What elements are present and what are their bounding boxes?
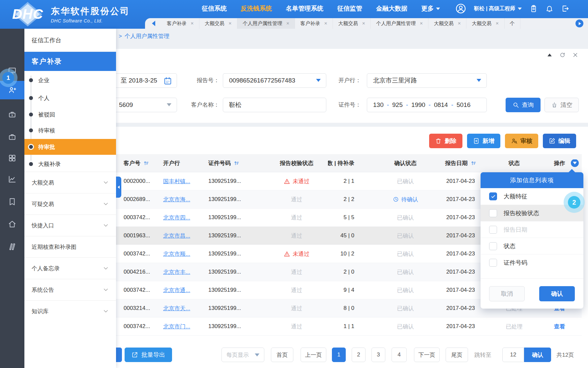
bank-link[interactable]: 北京市通...: [163, 286, 190, 294]
dropdown-item-报告日期[interactable]: 报告日期: [481, 221, 583, 238]
avatar-icon[interactable]: [456, 3, 466, 14]
column-chooser-button[interactable]: [571, 159, 579, 167]
tab-close-icon[interactable]: ✕: [495, 21, 499, 26]
breadcrumb-label[interactable]: 个人用户属性管理: [125, 33, 169, 39]
checkbox-icon[interactable]: [489, 226, 497, 234]
calendar-icon[interactable]: [163, 77, 172, 85]
bank-link[interactable]: 北京市门...: [163, 323, 190, 330]
confirm-button[interactable]: 确认: [539, 286, 575, 301]
page-button-4[interactable]: 4: [392, 348, 407, 362]
新增-button[interactable]: 新增: [467, 134, 500, 148]
dropdown-item-状态[interactable]: 状态: [481, 238, 583, 254]
bell-icon[interactable]: [545, 5, 553, 13]
tab-close-icon[interactable]: ✕: [324, 21, 327, 26]
tab-个[interactable]: 个: [505, 18, 520, 29]
report-no-select[interactable]: 0098652616772567483: [223, 73, 326, 88]
tab-大额交易[interactable]: 大额交易✕: [333, 18, 371, 29]
sort-icon[interactable]: [234, 160, 239, 166]
tab-close-icon[interactable]: ✕: [191, 21, 194, 26]
top-nav-item[interactable]: 征信系统: [202, 4, 227, 13]
table-row[interactable]: 0003742...北京市门...130925199...通过1 | 1已确认2…: [97, 318, 582, 336]
tab-close-icon[interactable]: ✕: [228, 21, 232, 26]
menu-section-可疑交易[interactable]: 可疑交易: [24, 193, 116, 215]
close-icon[interactable]: [573, 52, 578, 58]
bank-select[interactable]: 北京市三里河路: [367, 73, 487, 88]
page-size-select[interactable]: 每页显示: [221, 348, 264, 362]
page-button-3[interactable]: 3: [371, 348, 385, 362]
menu-item-workbench[interactable]: 征信工作台: [24, 29, 116, 52]
tab-大额交易[interactable]: 大额交易✕: [199, 18, 237, 29]
first-page-button[interactable]: 首页: [271, 348, 293, 362]
tab-个人用户属性管理[interactable]: 个人用户属性管理✕: [371, 18, 428, 29]
user-menu[interactable]: 靳松 | 高级工程师: [474, 5, 522, 12]
menu-section-快捷入口[interactable]: 快捷入口: [24, 215, 116, 236]
last-page-button[interactable]: 尾页: [446, 348, 468, 362]
jump-to-input[interactable]: 12: [502, 348, 524, 362]
checkbox-checked-icon[interactable]: [489, 192, 497, 200]
bank-link[interactable]: 北京市天...: [163, 305, 190, 312]
menu-section-近期核查和补录图[interactable]: 近期核查和补录图: [24, 236, 116, 257]
bank-link[interactable]: 北京市丰...: [163, 268, 190, 276]
page-button-2[interactable]: 2: [352, 348, 366, 362]
menu-sub-item-企业[interactable]: 企业: [24, 72, 116, 88]
menu-collapse-handle[interactable]: [116, 177, 121, 198]
menu-sub-item-个人[interactable]: 个人: [24, 90, 116, 106]
top-nav-item[interactable]: 名单管理系统: [286, 4, 323, 13]
tab-close-icon[interactable]: ✕: [457, 21, 461, 26]
menu-section-大额交易[interactable]: 大额交易: [24, 172, 116, 193]
customer-name-input[interactable]: 靳松: [223, 98, 326, 112]
tab-客户补录[interactable]: 客户补录✕: [162, 18, 199, 29]
menu-section-系统公告[interactable]: 系统公告: [24, 279, 116, 300]
rail-item-home-icon[interactable]: [0, 215, 24, 233]
menu-section-个人备忘录[interactable]: 个人备忘录: [24, 257, 116, 279]
batch-export-button[interactable]: 批量导出: [125, 348, 172, 362]
tab-close-icon[interactable]: ✕: [420, 21, 423, 26]
collapse-panel-icon[interactable]: [547, 52, 552, 58]
rail-item-books-icon[interactable]: [0, 237, 24, 256]
rail-item-grid-icon[interactable]: [0, 149, 24, 167]
cancel-button[interactable]: 取消: [489, 286, 525, 301]
page-button-1[interactable]: 1: [332, 348, 346, 362]
bank-link[interactable]: 北京市四...: [163, 214, 190, 221]
bank-link[interactable]: 北京市海...: [163, 196, 190, 203]
id-no-input[interactable]: 130-925-1990-0814-5016: [367, 98, 487, 112]
search-button[interactable]: 查询: [506, 98, 541, 112]
删除-button[interactable]: 删除: [429, 134, 462, 148]
checkbox-icon[interactable]: [489, 209, 497, 217]
top-nav-more[interactable]: 更多: [421, 4, 440, 13]
refresh-icon[interactable]: [560, 52, 565, 58]
checkbox-icon[interactable]: [489, 259, 497, 267]
审核-button[interactable]: 审核: [505, 134, 538, 148]
view-link[interactable]: 查看: [554, 323, 565, 330]
prev-page-button[interactable]: 上一页: [301, 348, 326, 362]
tab-close-icon[interactable]: ✕: [362, 21, 365, 26]
tab-scroll-left-icon[interactable]: [150, 20, 157, 27]
dropdown-item-证件号码[interactable]: 证件号码: [481, 254, 583, 271]
top-nav-item[interactable]: 征信监管: [337, 4, 362, 13]
tab-scroll-right-icon[interactable]: [575, 19, 583, 27]
rail-item-money-case-icon[interactable]: ¥: [0, 105, 24, 124]
tab-个人用户属性管理[interactable]: 个人用户属性管理✕: [237, 18, 295, 29]
menu-sub-item-待审核[interactable]: 待审核: [24, 122, 116, 138]
bank-link[interactable]: 国丰村镇...: [163, 178, 190, 185]
sort-icon[interactable]: [471, 160, 476, 166]
rail-item-alert-case-icon[interactable]: !: [0, 128, 24, 146]
tab-大额交易[interactable]: 大额交易✕: [466, 18, 504, 29]
编辑-button[interactable]: 编辑: [543, 134, 576, 148]
bank-link[interactable]: 北京市顺...: [163, 250, 190, 258]
clear-button[interactable]: 清空: [544, 98, 579, 112]
logout-icon[interactable]: [561, 5, 569, 13]
menu-section-知识库[interactable]: 知识库: [24, 300, 116, 322]
checkbox-icon[interactable]: [489, 242, 497, 250]
tab-大额交易[interactable]: 大额交易✕: [428, 18, 466, 29]
top-nav-item[interactable]: 反洗钱系统: [241, 4, 272, 13]
sort-icon[interactable]: [143, 160, 149, 166]
rail-item-chart-icon[interactable]: [0, 170, 24, 188]
top-nav-item[interactable]: 金融大数据: [376, 4, 407, 13]
menu-item-customer-supplement[interactable]: 客户补录: [24, 52, 116, 71]
next-page-button[interactable]: 下一页: [414, 348, 440, 362]
rail-item-book-icon[interactable]: [0, 192, 24, 211]
tab-close-icon[interactable]: ✕: [286, 21, 289, 26]
menu-sub-item-待审批[interactable]: 待审批: [24, 139, 116, 155]
bank-link[interactable]: 北京市昌...: [163, 232, 190, 240]
